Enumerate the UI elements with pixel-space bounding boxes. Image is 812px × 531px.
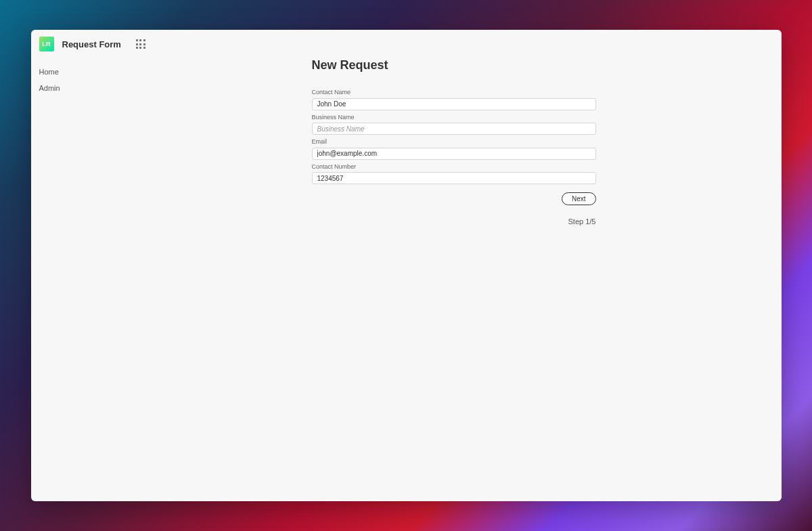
step-indicator: Step 1/5 <box>312 217 596 226</box>
contact-name-label: Contact Name <box>312 89 596 95</box>
app-window: LR Request Form Home Admin New Request C… <box>31 30 782 501</box>
business-name-input[interactable] <box>312 123 596 135</box>
apps-grid-icon[interactable] <box>136 39 145 49</box>
email-label: Email <box>312 138 596 145</box>
contact-number-label: Contact Number <box>312 163 596 170</box>
form-group-business-name: Business Name <box>312 114 596 135</box>
main-content: New Request Contact Name Business Name E… <box>102 58 782 501</box>
app-header: LR Request Form <box>31 30 782 58</box>
app-body: Home Admin New Request Contact Name Busi… <box>31 58 782 501</box>
sidebar-item-admin[interactable]: Admin <box>39 84 94 92</box>
form-container: New Request Contact Name Business Name E… <box>312 58 596 226</box>
form-actions: Next <box>312 192 596 205</box>
app-logo-icon: LR <box>39 37 54 51</box>
sidebar: Home Admin <box>31 58 102 501</box>
page-title: New Request <box>312 58 596 72</box>
next-button[interactable]: Next <box>562 192 596 205</box>
form-group-email: Email <box>312 138 596 160</box>
form-group-contact-name: Contact Name <box>312 89 596 110</box>
form-group-contact-number: Contact Number <box>312 163 596 185</box>
business-name-label: Business Name <box>312 114 596 121</box>
email-input[interactable] <box>312 148 596 160</box>
app-logo-text: LR <box>42 41 51 47</box>
contact-name-input[interactable] <box>312 98 596 110</box>
app-title: Request Form <box>62 39 121 49</box>
contact-number-input[interactable] <box>312 172 596 184</box>
sidebar-item-home[interactable]: Home <box>39 68 94 76</box>
